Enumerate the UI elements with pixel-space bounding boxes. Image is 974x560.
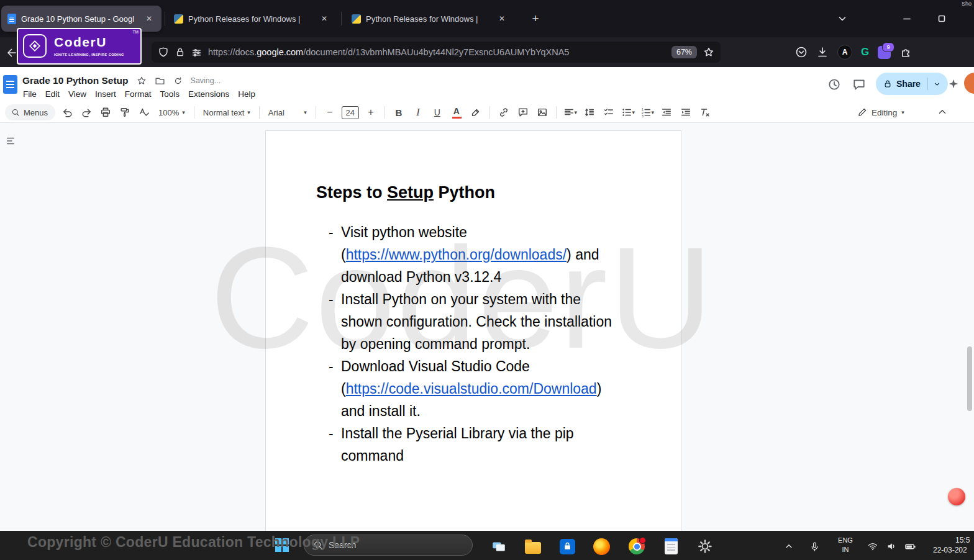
paint-format-button[interactable]	[117, 104, 132, 120]
bookmark-star-icon[interactable]	[703, 47, 714, 58]
url-text[interactable]: https://docs.google.com/document/d/13vbm…	[208, 47, 665, 57]
list-item: -Visit python website (https://www.pytho…	[329, 221, 626, 288]
lock-icon[interactable]	[175, 47, 185, 57]
gemini-sparkle-icon[interactable]	[948, 78, 959, 89]
menu-help[interactable]: Help	[234, 88, 260, 100]
menu-insert[interactable]: Insert	[91, 88, 121, 100]
notepad-button[interactable]	[660, 536, 681, 557]
comments-icon[interactable]	[852, 78, 866, 91]
redo-button[interactable]	[79, 104, 94, 120]
url-bar[interactable]: https://docs.google.com/document/d/13vbm…	[152, 42, 721, 63]
language-switcher[interactable]: ENG IN	[833, 536, 858, 554]
print-button[interactable]	[98, 104, 113, 120]
new-tab-button[interactable]: +	[527, 10, 544, 27]
font-size-increase-button[interactable]: +	[363, 104, 378, 120]
docs-header: Grade 10 Python Setup Saving... File Edi…	[0, 67, 974, 102]
window-maximize-button[interactable]	[932, 9, 952, 29]
editing-mode-select[interactable]: Editing ▾	[857, 104, 904, 120]
numbered-list-button[interactable]: 123▾	[640, 104, 655, 120]
bold-button[interactable]: B	[391, 104, 406, 120]
google-docs-app-icon[interactable]	[3, 75, 17, 94]
heading-underlined-text: Setup	[387, 183, 434, 202]
align-button[interactable]: ▾	[563, 104, 578, 120]
undo-button[interactable]	[60, 104, 75, 120]
menu-extensions[interactable]: Extensions	[184, 88, 234, 100]
font-value: Arial	[268, 108, 284, 117]
bullet-list-button[interactable]: ▾	[621, 104, 635, 120]
file-explorer-button[interactable]	[522, 536, 544, 557]
highlight-button[interactable]	[468, 104, 483, 120]
collapse-toolbar-button[interactable]	[937, 106, 948, 117]
firefox-button[interactable]	[591, 536, 612, 557]
chevron-down-icon: ▾	[247, 109, 250, 115]
add-comment-button[interactable]	[516, 104, 530, 120]
spellcheck-button[interactable]	[137, 104, 152, 120]
taskbar-clock[interactable]: 15:5 22-03-202	[933, 535, 974, 555]
font-family-select[interactable]: Arial▾	[266, 108, 309, 117]
settings-button[interactable]	[694, 536, 716, 557]
tab-list-chevron-icon[interactable]	[832, 9, 852, 29]
page-zoom-badge[interactable]: 67%	[671, 46, 697, 58]
version-history-icon[interactable]	[827, 78, 841, 91]
font-size-input[interactable]	[342, 106, 359, 119]
download-icon[interactable]	[816, 46, 829, 58]
insert-image-button[interactable]	[535, 104, 550, 120]
tray-chevron-icon[interactable]	[781, 536, 796, 557]
menus-search-button[interactable]: Menus	[5, 104, 55, 120]
task-view-icon	[491, 538, 507, 554]
text-color-button[interactable]: A	[449, 104, 464, 120]
chrome-button[interactable]	[626, 536, 647, 557]
move-folder-icon[interactable]	[155, 76, 165, 86]
pocket-icon[interactable]	[795, 46, 808, 58]
volume-icon[interactable]	[883, 536, 899, 557]
decrease-indent-button[interactable]	[659, 104, 674, 120]
url-fade	[616, 47, 665, 57]
menu-format[interactable]: Format	[121, 88, 156, 100]
zoom-select[interactable]: 100%▾	[156, 108, 188, 117]
tab-close-icon[interactable]: ✕	[496, 12, 508, 25]
account-avatar[interactable]	[964, 73, 974, 94]
line-spacing-button[interactable]	[582, 104, 597, 120]
page-scrollbar[interactable]	[967, 123, 972, 531]
browser-tab[interactable]: Python Releases for Windows | ✕	[168, 6, 337, 32]
share-button[interactable]: Share	[876, 73, 948, 95]
menu-tools[interactable]: Tools	[156, 88, 184, 100]
underline-button[interactable]: U	[430, 104, 445, 120]
star-document-icon[interactable]	[137, 76, 147, 86]
scrollbar-thumb[interactable]	[967, 346, 972, 411]
extension-purple-icon[interactable]: 9	[878, 46, 891, 59]
document-title[interactable]: Grade 10 Python Setup	[22, 75, 129, 86]
browser-tab[interactable]: Python Releases for Windows | ✕	[345, 6, 514, 32]
clear-formatting-button[interactable]	[698, 104, 712, 120]
browser-tab-strip: Grade 10 Python Setup - Googl ✕ Python R…	[0, 0, 974, 37]
menu-edit[interactable]: Edit	[41, 88, 64, 100]
grammarly-icon[interactable]: G	[861, 46, 869, 58]
wifi-icon[interactable]	[865, 536, 881, 557]
checklist-button[interactable]	[601, 104, 616, 120]
window-minimize-button[interactable]	[897, 9, 917, 29]
document-page[interactable]: Steps to Setup Python -Visit python webs…	[265, 130, 681, 531]
italic-button[interactable]: I	[411, 104, 426, 120]
doc-link[interactable]: https://www.python.org/downloads/	[346, 246, 567, 263]
increase-indent-button[interactable]	[678, 104, 693, 120]
menu-view[interactable]: View	[64, 88, 91, 100]
doc-link[interactable]: https://code.visualstudio.com/Download	[346, 381, 597, 397]
document-outline-toggle[interactable]	[5, 135, 16, 147]
screen-recorder-icon[interactable]	[948, 488, 965, 505]
tab-close-icon[interactable]: ✕	[143, 12, 155, 25]
battery-icon[interactable]	[902, 536, 918, 557]
font-size-decrease-button[interactable]: −	[322, 104, 337, 120]
tracking-shield-icon[interactable]	[158, 47, 169, 58]
insert-link-button[interactable]	[496, 104, 511, 120]
menu-file[interactable]: File	[19, 88, 41, 100]
paragraph-style-select[interactable]: Normal text▾	[201, 108, 253, 117]
microphone-icon[interactable]	[806, 536, 822, 557]
share-chevron-icon[interactable]	[927, 78, 940, 90]
tab-close-icon[interactable]: ✕	[318, 12, 330, 25]
extension-a-icon[interactable]: A	[837, 45, 852, 60]
extensions-puzzle-icon[interactable]	[899, 46, 912, 58]
microsoft-store-button[interactable]	[557, 536, 578, 557]
permissions-icon[interactable]	[191, 47, 202, 58]
google-docs-favicon	[7, 14, 16, 24]
task-view-button[interactable]	[488, 536, 509, 557]
